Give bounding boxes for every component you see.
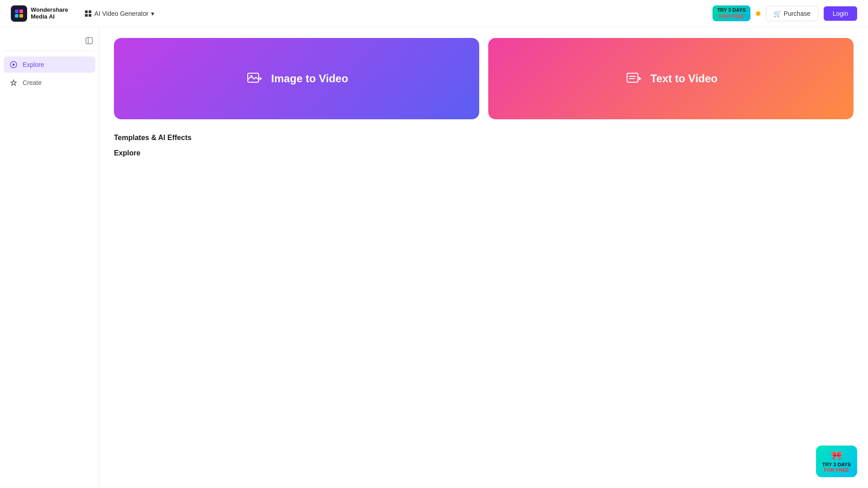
logo-text: Wondershare Media AI (31, 7, 68, 20)
try-badge-line1: TRY 3 DAYS (717, 7, 745, 13)
login-button[interactable]: Login (824, 6, 857, 21)
header-right: TRY 3 DAYS FOR FREE 🛒 Purchase Login (712, 5, 857, 21)
svg-rect-6 (85, 14, 88, 17)
bottom-promo-line2: FOR FREE (824, 467, 849, 473)
templates-section-heading: Templates & AI Effects (114, 134, 854, 142)
logo-product: Media AI (31, 14, 68, 20)
text-to-video-card[interactable]: Text to Video (488, 38, 854, 119)
sidebar-item-explore[interactable]: Explore (4, 56, 95, 73)
create-icon (9, 78, 18, 87)
svg-rect-7 (89, 14, 91, 17)
svg-rect-4 (85, 10, 88, 13)
text-to-video-icon (624, 69, 644, 89)
sidebar-collapse-button[interactable] (83, 34, 95, 47)
image-to-video-label: Image to Video (271, 72, 348, 85)
svg-rect-8 (86, 38, 92, 44)
grid-icon (85, 10, 92, 17)
logo-icon (11, 5, 27, 22)
svg-rect-5 (89, 10, 91, 13)
svg-rect-0 (15, 9, 19, 13)
text-to-video-label: Text to Video (651, 72, 717, 85)
cart-icon: 🛒 (774, 10, 781, 17)
app-body: Explore Create (0, 27, 868, 488)
main-content: Image to Video Text to Video Tem (99, 27, 868, 488)
sidebar-item-create[interactable]: Create (4, 75, 95, 91)
header-left: Wondershare Media AI AI Video Generator … (11, 5, 160, 22)
svg-point-11 (13, 64, 15, 66)
image-to-video-card[interactable]: Image to Video (114, 38, 479, 119)
svg-rect-2 (15, 14, 19, 18)
hero-cards-row: Image to Video Text to Video (114, 38, 854, 119)
sidebar-create-label: Create (23, 79, 42, 86)
purchase-button[interactable]: 🛒 Purchase (766, 6, 818, 21)
svg-rect-1 (19, 9, 23, 13)
try-badge-line2: FOR FREE (719, 14, 744, 19)
chevron-down-icon: ▾ (151, 10, 154, 17)
logo-brand: Wondershare (31, 7, 68, 13)
main-inner: Image to Video Text to Video Tem (99, 27, 868, 168)
nav-dropdown-button[interactable]: AI Video Generator ▾ (79, 7, 160, 20)
bottom-promo-line1: TRY 3 DAYS (822, 462, 851, 467)
svg-rect-14 (627, 73, 638, 82)
purchase-label: Purchase (784, 10, 811, 17)
logo[interactable]: Wondershare Media AI (11, 5, 68, 22)
svg-rect-3 (19, 14, 23, 18)
try-free-badge[interactable]: TRY 3 DAYS FOR FREE (712, 5, 750, 21)
sidebar: Explore Create (0, 27, 99, 488)
svg-point-13 (250, 75, 252, 78)
notification-dot[interactable] (756, 11, 760, 16)
bow-icon: 🎀 (831, 450, 842, 461)
image-to-video-icon (245, 69, 265, 89)
explore-icon (9, 60, 18, 69)
bottom-promo-badge[interactable]: 🎀 TRY 3 DAYS FOR FREE (816, 446, 857, 477)
nav-label: AI Video Generator (94, 10, 149, 17)
header: Wondershare Media AI AI Video Generator … (0, 0, 868, 27)
explore-section-heading: Explore (114, 149, 854, 157)
sidebar-explore-label: Explore (23, 61, 44, 68)
